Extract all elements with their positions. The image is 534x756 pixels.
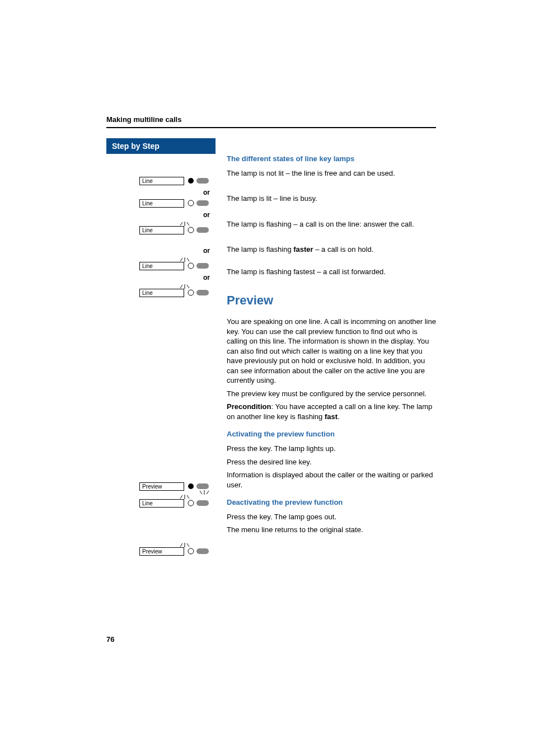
key-label: Line: [139, 262, 184, 270]
svg-line-23: [207, 491, 209, 494]
page-number: 76: [106, 635, 436, 644]
key-line-lit: Line: [106, 199, 216, 208]
activate-heading: Activating the preview function: [227, 429, 436, 439]
svg-rect-13: [196, 263, 209, 269]
svg-rect-18: [196, 290, 209, 295]
svg-rect-1: [196, 178, 209, 184]
svg-line-9: [180, 258, 182, 261]
svg-line-21: [200, 491, 202, 494]
key-label: Line: [139, 289, 184, 297]
svg-rect-8: [196, 227, 209, 233]
state-off-text: The lamp is not lit – the line is free a…: [227, 168, 436, 179]
content: The different states of line key lamps T…: [216, 138, 436, 538]
key-line-activate: Line: [106, 499, 216, 508]
header-rule: [106, 127, 436, 128]
bold-text: fast: [325, 412, 338, 421]
deactivate-press: Press the key. The lamp goes out.: [227, 512, 436, 522]
key-label: Line: [139, 499, 184, 508]
lamp-flash-icon: [186, 261, 210, 270]
lamp-flash-icon: [186, 226, 210, 234]
sidebar: Step by Step Line or Line or: [106, 138, 216, 557]
svg-point-12: [188, 263, 194, 269]
svg-point-27: [188, 500, 194, 506]
svg-point-32: [188, 548, 194, 554]
key-label: Preview: [139, 482, 184, 491]
svg-line-29: [180, 543, 182, 547]
lamp-flash-icon: [186, 499, 210, 508]
flash-icon: [199, 490, 210, 495]
svg-rect-33: [196, 548, 209, 554]
key-label: Preview: [139, 547, 184, 556]
states-heading: The different states of line key lamps: [227, 154, 436, 164]
key-line-off: Line: [106, 176, 216, 185]
preview-service: The preview key must be configured by th…: [227, 389, 436, 399]
section-header: Making multiline calls: [106, 115, 436, 124]
key-label: Line: [139, 177, 184, 185]
or-label: or: [106, 274, 216, 281]
key-line-flash: Line: [106, 226, 216, 234]
key-label: Line: [139, 226, 184, 234]
deactivate-heading: Deactivating the preview function: [227, 497, 436, 508]
svg-point-2: [188, 200, 194, 206]
state-fastest-text: The lamp is flashing fastest – a call is…: [227, 267, 436, 277]
or-label: or: [106, 189, 216, 196]
activate-info: Information is displayed about the calle…: [227, 470, 436, 490]
preview-body: You are speaking on one line. A call is …: [227, 317, 436, 386]
state-flash-text: The lamp is flashing – a call is on the …: [227, 219, 436, 229]
or-label: or: [106, 247, 216, 255]
text: .: [338, 412, 340, 421]
key-preview-deactivate: Preview: [106, 547, 216, 556]
or-label: or: [106, 211, 216, 219]
lamp-on-icon: [186, 199, 210, 208]
text: The lamp is flashing: [227, 245, 293, 253]
svg-line-4: [180, 222, 182, 226]
lamp-flash-icon: [186, 288, 210, 297]
bold-text: faster: [293, 245, 313, 253]
state-lit-text: The lamp is lit – line is busy.: [227, 194, 436, 204]
svg-point-19: [188, 483, 194, 489]
precondition-label: Precondition: [227, 402, 271, 411]
activate-line: Press the desired line key.: [227, 457, 436, 467]
svg-rect-28: [196, 500, 209, 506]
key-line-fastest: Line: [106, 288, 216, 297]
deactivate-menu: The menu line returns to the original st…: [227, 525, 436, 535]
state-faster-text: The lamp is flashing faster – a call is …: [227, 245, 436, 255]
key-line-faster: Line: [106, 261, 216, 270]
svg-rect-20: [196, 483, 209, 489]
sidebar-title: Step by Step: [106, 138, 216, 154]
svg-line-14: [180, 285, 182, 288]
svg-point-0: [188, 178, 194, 184]
svg-rect-3: [196, 200, 209, 206]
key-label: Line: [139, 199, 184, 208]
activate-press: Press the key. The lamp lights up.: [227, 444, 436, 454]
preview-heading: Preview: [227, 292, 436, 309]
svg-line-24: [180, 495, 182, 499]
precondition: Precondition: You have accepted a call o…: [227, 402, 436, 421]
lamp-flash-icon: [186, 547, 210, 556]
lamp-off-icon: [186, 176, 210, 185]
svg-point-17: [188, 290, 194, 295]
svg-point-7: [188, 227, 194, 233]
text: – a call is on hold.: [313, 245, 374, 253]
